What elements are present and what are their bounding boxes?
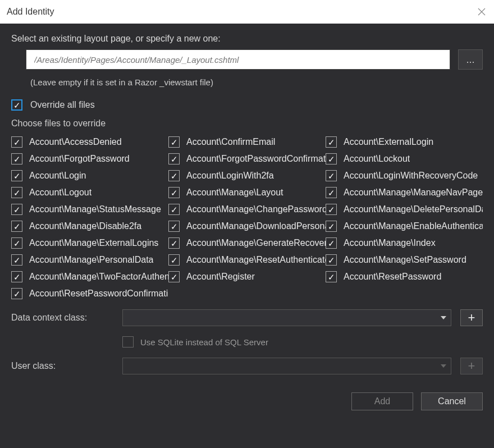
file-item: Account\LoginWithRecoveryCode [326, 170, 483, 181]
file-label: Account\Manage\TwoFactorAuthentication [29, 272, 168, 282]
file-label: Account\Logout [29, 188, 92, 198]
file-checkbox[interactable] [11, 170, 22, 181]
file-item: Account\Manage\PersonalData [11, 254, 168, 266]
file-item: Account\Logout [11, 187, 168, 198]
file-checkbox[interactable] [11, 237, 22, 249]
file-item: Account\ExternalLogin [326, 136, 483, 148]
file-checkbox[interactable] [168, 221, 180, 232]
dialog-body: Select an existing layout page, or speci… [0, 24, 494, 420]
file-checkbox[interactable] [326, 271, 337, 282]
file-item: Account\Manage\DeletePersonalData [326, 204, 483, 215]
file-label: Account\Manage\StatusMessage [29, 204, 161, 214]
file-label: Account\LoginWithRecoveryCode [344, 171, 478, 181]
file-label: Account\Register [186, 272, 255, 282]
file-label: Account\Manage\DownloadPersonalData [186, 221, 326, 231]
file-checkbox[interactable] [11, 271, 22, 282]
chevron-down-icon [441, 364, 446, 368]
data-context-label: Data context class: [11, 313, 113, 323]
file-checkbox[interactable] [168, 153, 180, 164]
file-checkbox[interactable] [11, 221, 22, 232]
file-checkbox[interactable] [168, 204, 180, 215]
file-item: Account\Manage\ResetAuthenticator [168, 254, 326, 266]
file-checkbox[interactable] [11, 187, 22, 198]
file-item: Account\Manage\TwoFactorAuthentication [11, 271, 168, 282]
file-item: Account\Manage\EnableAuthenticator [326, 221, 483, 232]
choose-files-label: Choose files to override [11, 118, 483, 129]
file-label: Account\Manage\GenerateRecoveryCodes [186, 238, 326, 248]
file-item: Account\Manage\Disable2fa [11, 221, 168, 232]
override-all-checkbox[interactable] [11, 99, 22, 111]
file-checkbox[interactable] [326, 254, 337, 266]
file-label: Account\Manage\DeletePersonalData [344, 204, 483, 214]
sqlite-label: Use SQLite instead of SQL Server [140, 337, 268, 347]
file-grid: Account\AccessDeniedAccount\ConfirmEmail… [11, 136, 483, 299]
file-checkbox[interactable] [11, 204, 22, 215]
file-checkbox[interactable] [168, 254, 180, 266]
file-checkbox[interactable] [168, 187, 180, 198]
file-label: Account\LoginWith2fa [186, 171, 274, 181]
file-label: Account\ExternalLogin [344, 137, 433, 147]
file-item: Account\Manage\ManageNavPages [326, 187, 483, 198]
file-item: Account\LoginWith2fa [168, 170, 326, 181]
file-item: Account\Manage\SetPassword [326, 254, 483, 266]
add-data-context-button[interactable]: + [460, 309, 483, 326]
cancel-button[interactable]: Cancel [421, 392, 483, 410]
file-checkbox[interactable] [168, 271, 180, 282]
file-item: Account\Lockout [326, 153, 483, 164]
file-checkbox[interactable] [11, 254, 22, 266]
file-item: Account\Register [168, 271, 326, 282]
window-title: Add Identity [7, 7, 54, 17]
file-checkbox[interactable] [168, 170, 180, 181]
file-label: Account\Manage\ResetAuthenticator [186, 255, 326, 265]
file-checkbox[interactable] [11, 153, 22, 164]
file-label: Account\Manage\Layout [186, 188, 283, 198]
override-all-label: Override all files [30, 100, 95, 110]
file-item: Account\Manage\StatusMessage [11, 204, 168, 215]
file-checkbox[interactable] [326, 204, 337, 215]
file-label: Account\Manage\ChangePassword [186, 204, 326, 214]
user-class-label: User class: [11, 361, 113, 371]
data-context-select[interactable] [122, 309, 451, 326]
file-item: Account\Manage\ChangePassword [168, 204, 326, 215]
file-item: Account\ResetPasswordConfirmation [11, 288, 168, 299]
file-label: Account\Manage\ManageNavPages [344, 188, 483, 198]
file-checkbox[interactable] [11, 136, 22, 148]
file-checkbox[interactable] [326, 153, 337, 164]
file-item: Account\Manage\ExternalLogins [11, 237, 168, 249]
titlebar: Add Identity [0, 0, 494, 24]
file-item: Account\ConfirmEmail [168, 136, 326, 148]
close-icon[interactable] [476, 6, 487, 17]
file-checkbox[interactable] [326, 221, 337, 232]
sqlite-checkbox[interactable] [122, 336, 134, 348]
file-item: Account\Manage\Layout [168, 187, 326, 198]
file-label: Account\ForgotPasswordConfirmation [186, 154, 326, 164]
file-label: Account\Manage\Disable2fa [29, 221, 141, 231]
file-checkbox[interactable] [168, 136, 180, 148]
file-label: Account\Manage\Index [344, 238, 436, 248]
file-checkbox[interactable] [326, 237, 337, 249]
file-item: Account\ResetPassword [326, 271, 483, 282]
file-label: Account\ResetPassword [344, 272, 441, 282]
file-item: Account\ForgotPasswordConfirmation [168, 153, 326, 164]
file-item: Account\Login [11, 170, 168, 181]
file-label: Account\ConfirmEmail [186, 137, 275, 147]
file-label: Account\AccessDenied [29, 137, 122, 147]
file-label: Account\Login [29, 171, 86, 181]
file-label: Account\Manage\ExternalLogins [29, 238, 158, 248]
file-item: Account\Manage\DownloadPersonalData [168, 221, 326, 232]
file-label: Account\Manage\PersonalData [29, 255, 153, 265]
file-checkbox[interactable] [11, 288, 22, 299]
add-button[interactable]: Add [351, 392, 413, 410]
file-label: Account\ResetPasswordConfirmation [29, 289, 168, 299]
file-checkbox[interactable] [168, 237, 180, 249]
file-item: Account\AccessDenied [11, 136, 168, 148]
file-label: Account\Manage\SetPassword [344, 255, 466, 265]
file-label: Account\Lockout [344, 154, 410, 164]
file-checkbox[interactable] [326, 136, 337, 148]
file-checkbox[interactable] [326, 170, 337, 181]
file-label: Account\ForgotPassword [29, 154, 130, 164]
user-class-select [122, 358, 451, 374]
layout-page-input[interactable] [26, 49, 450, 70]
file-checkbox[interactable] [326, 187, 337, 198]
browse-button[interactable]: ... [458, 49, 483, 70]
